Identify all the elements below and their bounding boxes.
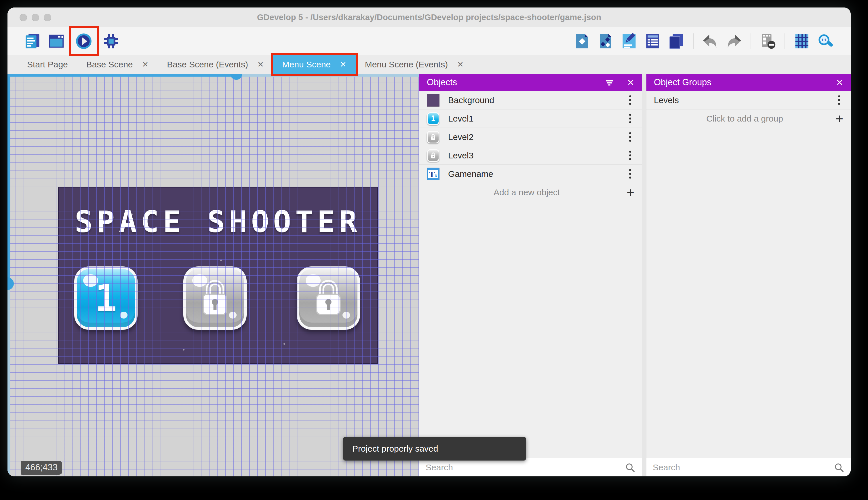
level3-thumbnail xyxy=(427,149,439,162)
cursor-coordinates-badge: 466;433 xyxy=(21,461,62,475)
properties-list-icon[interactable] xyxy=(644,32,662,50)
main-toolbar: 1:1 xyxy=(8,27,851,55)
object-menu-icon[interactable] xyxy=(626,151,634,160)
search-icon xyxy=(833,462,844,473)
objects-panel-icon[interactable] xyxy=(573,32,591,50)
toolbar-left-group xyxy=(24,28,120,54)
tab-menu-scene-active-highlighted[interactable]: Menu Scene ✕ xyxy=(273,55,356,74)
groups-panel-title: Object Groups xyxy=(654,77,823,88)
debugger-icon[interactable] xyxy=(102,32,120,50)
toast-message: Project properly saved xyxy=(352,444,438,454)
panel-divider[interactable] xyxy=(642,74,646,476)
padlock-icon xyxy=(430,152,436,159)
layers-panel-icon[interactable] xyxy=(667,32,685,50)
level2-thumbnail xyxy=(427,131,439,144)
add-object-plus-icon[interactable]: + xyxy=(626,186,634,198)
object-row-gamename[interactable]: Tx Gamename xyxy=(419,165,642,183)
group-row-levels[interactable]: Levels xyxy=(646,91,851,110)
edit-scene-properties-icon[interactable] xyxy=(620,32,638,50)
gloss-highlight xyxy=(229,311,237,319)
scene-title-text-object[interactable]: SPACE SHOOTER xyxy=(59,204,377,239)
tab-close-icon[interactable]: ✕ xyxy=(142,60,149,69)
tab-close-icon[interactable]: ✕ xyxy=(457,60,464,69)
group-menu-icon[interactable] xyxy=(835,95,843,105)
traffic-lights xyxy=(20,14,51,21)
vertical-scrollbar-thumb[interactable] xyxy=(8,277,14,290)
star-decoration xyxy=(220,260,222,261)
objects-panel-header: Objects ✕ xyxy=(419,74,642,91)
padlock-icon xyxy=(430,133,436,141)
object-row-level3[interactable]: Level3 xyxy=(419,146,642,165)
object-row-level1[interactable]: 1 Level1 xyxy=(419,110,642,128)
editor-tabbar: Start Page Base Scene ✕ Base Scene (Even… xyxy=(8,55,851,74)
filter-icon[interactable] xyxy=(605,78,614,87)
objects-panel-title: Objects xyxy=(427,77,592,88)
title-bar: GDevelop 5 - /Users/dkarakay/Documents/G… xyxy=(8,8,851,27)
gloss-highlight xyxy=(83,274,98,287)
level2-locked-button-object[interactable] xyxy=(183,266,247,330)
maximize-window-button[interactable] xyxy=(44,14,51,21)
objects-search-input[interactable] xyxy=(426,463,624,472)
grid-icon[interactable] xyxy=(793,32,811,50)
gdevelop-window: GDevelop 5 - /Users/dkarakay/Documents/G… xyxy=(8,8,851,476)
object-menu-icon[interactable] xyxy=(626,132,634,142)
objects-searchbar xyxy=(419,458,642,476)
star-decoration xyxy=(283,343,285,345)
object-groups-panel: Object Groups ✕ Levels Click to add a gr… xyxy=(646,74,851,476)
play-icon xyxy=(75,33,92,50)
object-row-level2[interactable]: Level2 xyxy=(419,128,642,146)
toolbar-separator xyxy=(693,33,694,49)
toolbar-separator xyxy=(751,33,751,49)
scene-rectangle[interactable]: SPACE SHOOTER 1 xyxy=(58,186,378,364)
add-group-row[interactable]: Click to add a group + xyxy=(646,110,851,128)
vertical-scrollbar[interactable] xyxy=(8,74,10,476)
tab-close-icon[interactable]: ✕ xyxy=(340,60,347,69)
undo-icon[interactable] xyxy=(701,32,719,50)
close-panel-icon[interactable]: ✕ xyxy=(836,78,843,88)
project-manager-icon[interactable] xyxy=(24,32,42,50)
scene-editor-icon[interactable] xyxy=(47,32,66,50)
close-panel-icon[interactable]: ✕ xyxy=(627,78,634,88)
zoom-original-icon[interactable]: 1:1 xyxy=(816,32,835,50)
tab-base-scene[interactable]: Base Scene ✕ xyxy=(77,55,158,74)
save-toast: Project properly saved xyxy=(343,437,526,461)
toggle-instances-list-icon[interactable] xyxy=(759,32,777,50)
object-row-background[interactable]: Background xyxy=(419,91,642,110)
tab-close-icon[interactable]: ✕ xyxy=(257,60,264,69)
instances-panel-icon[interactable] xyxy=(596,32,615,50)
groups-search-input[interactable] xyxy=(653,463,833,472)
redo-icon[interactable] xyxy=(725,32,743,50)
minimize-window-button[interactable] xyxy=(32,14,39,21)
close-window-button[interactable] xyxy=(20,14,27,21)
main-area: SPACE SHOOTER 1 xyxy=(8,74,851,476)
objects-list: Background 1 Level1 Level2 xyxy=(419,91,642,458)
window-title: GDevelop 5 - /Users/dkarakay/Documents/G… xyxy=(8,8,851,27)
background-thumbnail xyxy=(427,94,439,106)
toolbar-separator xyxy=(785,33,785,49)
gloss-highlight xyxy=(306,274,320,287)
level1-thumbnail: 1 xyxy=(427,112,439,125)
level1-digit: 1 xyxy=(95,277,117,320)
horizontal-scrollbar-thumb[interactable] xyxy=(230,74,242,80)
groups-panel-header: Object Groups ✕ xyxy=(646,74,851,91)
toolbar-right-group: 1:1 xyxy=(573,32,835,50)
level3-locked-button-object[interactable] xyxy=(297,266,360,330)
add-object-row[interactable]: Add a new object + xyxy=(419,183,642,202)
tab-menu-scene-events[interactable]: Menu Scene (Events) ✕ xyxy=(356,55,473,74)
add-group-plus-icon[interactable]: + xyxy=(835,113,843,124)
tab-start-page[interactable]: Start Page xyxy=(18,55,77,74)
groups-list: Levels Click to add a group + xyxy=(646,91,851,458)
text-object-thumbnail: Tx xyxy=(427,168,439,180)
search-icon xyxy=(624,462,635,473)
groups-searchbar xyxy=(646,458,851,476)
level1-button-object[interactable]: 1 xyxy=(74,266,138,330)
preview-play-button-highlighted[interactable] xyxy=(71,28,97,54)
gloss-highlight xyxy=(120,311,128,319)
object-menu-icon[interactable] xyxy=(626,95,634,105)
object-menu-icon[interactable] xyxy=(626,114,634,123)
object-menu-icon[interactable] xyxy=(626,169,634,179)
gloss-highlight xyxy=(192,274,207,287)
tab-base-scene-events[interactable]: Base Scene (Events) ✕ xyxy=(158,55,273,74)
horizontal-scrollbar[interactable] xyxy=(8,74,419,77)
scene-canvas[interactable]: SPACE SHOOTER 1 xyxy=(8,74,419,476)
